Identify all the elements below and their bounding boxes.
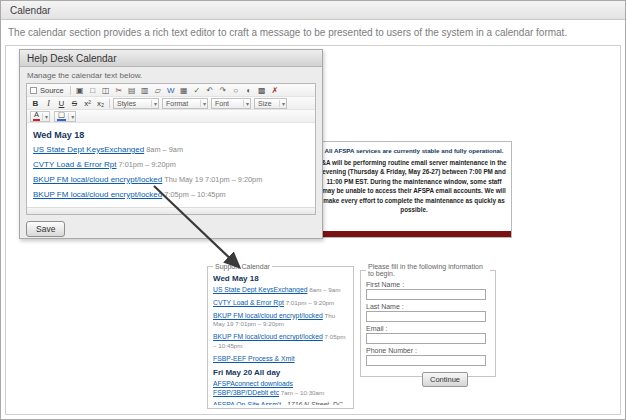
event-link[interactable]: CVTY Load & Error Rpt [33, 160, 116, 169]
size-dropdown[interactable]: Size▾ [254, 98, 287, 109]
calendar-event: CVTY Load & Error Rpt 7:01pm – 9:20pm [33, 160, 309, 169]
first-name-input[interactable] [366, 289, 486, 300]
cut-icon[interactable]: ✂ [113, 85, 125, 96]
calendar-event: US State Dept KeysExchanged 8am – 9am [213, 286, 348, 295]
event-link[interactable]: BKUP FM local/cloud encrypt/locked [213, 333, 323, 340]
event-time: Thu May 19 7:01pm – 9:20pm [162, 175, 262, 184]
event-link[interactable]: BKUP FM local/cloud encrypt/locked [33, 190, 162, 199]
calendar-doc-page: Calendar The calendar section provides a… [0, 0, 626, 420]
signup-form-panel: Please fill in the following information… [360, 263, 496, 377]
calendar-event: US State Dept KeysExchanged 8am – 9am [33, 145, 309, 154]
paste-from-word-icon[interactable]: W [165, 85, 177, 96]
spell-check-icon[interactable]: ✓ [191, 85, 203, 96]
bold-button[interactable]: B [30, 98, 41, 109]
signup-fields: First Name :Last Name :Email :Phone Numb… [366, 281, 490, 366]
email-label: Email : [366, 325, 490, 332]
editor-content[interactable]: Wed May 18US State Dept KeysExchanged 8a… [27, 125, 315, 207]
paste-icon[interactable]: ▥ [139, 85, 151, 96]
paste-as-text-icon[interactable]: ▱ [152, 85, 164, 96]
editor-instruction: Manage the calendar text below. [27, 71, 316, 80]
calendar-date: Wed May 18 [213, 274, 348, 283]
phone-number-input[interactable] [366, 355, 486, 366]
new-page-icon[interactable]: □ [87, 85, 99, 96]
calendar-event: BKUP FM local/cloud encrypt/locked Thu M… [33, 175, 309, 184]
event-time: 8am – 9am [307, 286, 340, 293]
strikethrough-button[interactable]: S [69, 98, 80, 109]
copy-icon[interactable]: ▤ [126, 85, 138, 96]
font-dropdown[interactable]: Font▾ [211, 98, 251, 109]
redo-icon[interactable]: ↷ [217, 85, 229, 96]
phone-number-label: Phone Number : [366, 347, 490, 354]
save-icon[interactable]: ▣ [74, 85, 86, 96]
toolbar-row-1: Source ▣□◫✂▤▥▱W▦✓↶↷○◐▩✗ [27, 84, 315, 97]
superscript-button[interactable]: x² [82, 98, 93, 109]
text-color-icon[interactable]: A▾ [30, 111, 50, 122]
window-title: Help Desk Calendar [27, 53, 117, 64]
toolbar-row1-icons: ▣□◫✂▤▥▱W▦✓↶↷○◐▩✗ [74, 85, 281, 96]
calendar-event: BKUP FM local/cloud encrypt/locked 7:05p… [213, 333, 348, 351]
notice-body: &A will be performing routine email serv… [321, 158, 507, 215]
chevron-down-icon: ▾ [243, 100, 249, 107]
event-link[interactable]: BKUP FM local/cloud encrypt/locked [33, 175, 162, 184]
editor-window: Help Desk Calendar Manage the calendar t… [19, 49, 323, 239]
event-time: 7:01pm – 9:20pm [284, 299, 334, 306]
support-calendar-list: Wed May 18US State Dept KeysExchanged 8a… [213, 271, 348, 405]
underline-button[interactable]: U [56, 98, 67, 109]
chevron-down-icon: ▾ [279, 100, 285, 107]
toolbar-separator [109, 99, 110, 108]
italic-button[interactable]: I [43, 98, 54, 109]
calendar-event: BKUP FM local/cloud encrypt/locked 7:05p… [33, 190, 309, 199]
support-calendar-panel: Support Calendar Wed May 18US State Dept… [207, 263, 354, 409]
window-titlebar: Help Desk Calendar [20, 50, 322, 67]
signup-form-legend: Please fill in the following information… [366, 263, 490, 277]
editor-status-bar [27, 207, 315, 214]
event-link[interactable]: BKUP FM local/cloud encrypt/locked [213, 312, 323, 319]
window-body: Manage the calendar text below. Source ▣… [20, 67, 322, 237]
event-link[interactable]: AFSPA On-Site Assm't [213, 401, 281, 405]
toolbar-separator [70, 86, 71, 95]
calendar-date: Fri May 20 All day [213, 368, 348, 377]
source-button[interactable]: Source [40, 86, 64, 95]
format-dropdown[interactable]: Format▾ [162, 98, 208, 109]
chevron-down-icon: ▾ [200, 100, 206, 107]
chevron-down-icon: ▾ [151, 100, 157, 107]
remove-format-icon[interactable]: ✗ [269, 85, 281, 96]
event-time: 7am – 10:30am [279, 389, 324, 396]
toolbar-row-2: BIUSx²x₂ Styles▾Format▾Font▾Size▾ [27, 97, 315, 110]
save-button[interactable]: Save [26, 221, 65, 237]
event-link[interactable]: US State Dept KeysExchanged [33, 145, 144, 154]
replace-icon[interactable]: ◐ [243, 85, 255, 96]
page-description: The calendar section provides a rich tex… [8, 27, 618, 38]
first-name-label: First Name : [366, 281, 490, 288]
toolbar-row3-icons: A▾▢▾ [30, 111, 79, 122]
content-frame: All AFSPA services are currently stable … [5, 45, 621, 415]
chevron-down-icon: ▾ [42, 113, 48, 120]
find-icon[interactable]: ○ [230, 85, 242, 96]
calendar-event: FSBP-EEF Process & Xmit [213, 355, 348, 364]
calendar-date: Wed May 18 [33, 130, 309, 140]
rich-text-editor: Source ▣□◫✂▤▥▱W▦✓↶↷○◐▩✗ BIUSx²x₂ Styles▾… [26, 83, 316, 215]
styles-dropdown[interactable]: Styles▾ [113, 98, 159, 109]
event-link[interactable]: FSBP-EEF Process & Xmit [213, 355, 295, 362]
notice-headline: All AFSPA services are currently stable … [321, 147, 507, 154]
undo-icon[interactable]: ↶ [204, 85, 216, 96]
select-all-icon[interactable]: ▩ [256, 85, 268, 96]
page-header: Calendar [1, 1, 625, 20]
event-link[interactable]: CVTY Load & Error Rpt [213, 299, 284, 306]
event-link[interactable]: US State Dept KeysExchanged [213, 286, 307, 293]
source-checkbox[interactable] [30, 87, 37, 94]
event-time: 7:05pm – 10:45pm [162, 190, 225, 199]
email-input[interactable] [366, 333, 486, 344]
subscript-button[interactable]: x₂ [95, 98, 106, 109]
calendar-event: AFSPAconnect downloads FSBP/3BP/DDebit e… [213, 380, 348, 398]
toolbar-dropdowns: Styles▾Format▾Font▾Size▾ [113, 98, 287, 109]
print-icon[interactable]: ▦ [178, 85, 190, 96]
toolbar-row-3: A▾▢▾ [27, 110, 315, 123]
event-time: 7:01pm – 9:20pm [116, 160, 175, 169]
last-name-input[interactable] [366, 311, 486, 322]
preview-icon[interactable]: ◫ [100, 85, 112, 96]
event-time: 8am – 9am [144, 145, 183, 154]
chevron-down-icon: ▾ [68, 113, 74, 120]
continue-button[interactable]: Continue [422, 372, 468, 387]
background-color-icon[interactable]: ▢▾ [54, 111, 76, 122]
